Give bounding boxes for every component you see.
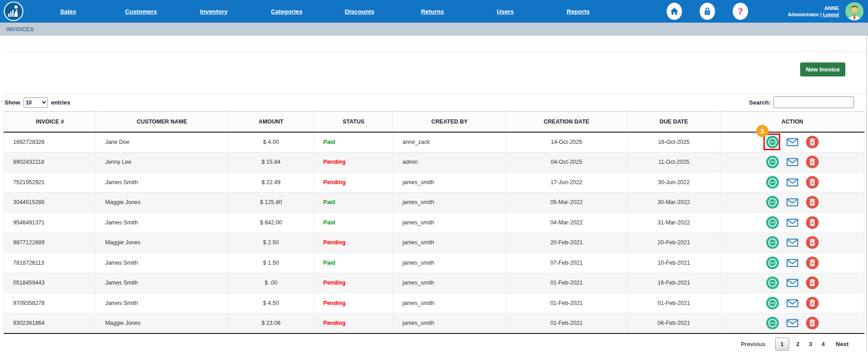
- delete-invoice-button[interactable]: [806, 276, 819, 289]
- email-invoice-button[interactable]: [786, 317, 799, 329]
- new-invoice-button[interactable]: New Invoice: [800, 62, 845, 76]
- nav-item-returns[interactable]: Returns: [396, 8, 469, 15]
- cell-amount: $ 4.00: [228, 132, 314, 152]
- cell-creation-date: 20-Feb-2021: [506, 233, 627, 253]
- cell-customer-name: James Smith: [96, 172, 228, 193]
- cell-amount: $ 15.84: [228, 152, 314, 172]
- header-action[interactable]: ACTION: [720, 112, 864, 132]
- delete-invoice-button[interactable]: [806, 236, 819, 249]
- view-invoice-button[interactable]: [766, 236, 779, 249]
- cell-created-by: james_smith: [393, 253, 506, 273]
- view-invoice-button[interactable]: [766, 216, 779, 229]
- logout-link[interactable]: Logout: [823, 12, 839, 17]
- header-invoice[interactable]: INVOICE #: [4, 112, 96, 132]
- cell-action: [720, 213, 864, 233]
- entries-label: entries: [51, 99, 71, 106]
- nav-item-customers[interactable]: Customers: [105, 8, 177, 15]
- cell-due-date: 30-Jun-2022: [627, 172, 720, 193]
- home-button[interactable]: [667, 3, 682, 20]
- entries-control: Show 10 entries: [5, 97, 70, 108]
- delete-icon: [806, 257, 819, 269]
- scrollbar-track[interactable]: [866, 36, 867, 352]
- email-invoice-button[interactable]: [786, 136, 799, 148]
- delete-icon: [806, 196, 819, 209]
- cell-creation-date: 07-Feb-2021: [506, 253, 627, 273]
- view-invoice-button[interactable]: [766, 156, 779, 168]
- pagination-page-4[interactable]: 4: [819, 338, 827, 350]
- header-due-date[interactable]: DUE DATE: [627, 112, 720, 132]
- nav-item-reports[interactable]: Reports: [542, 8, 615, 15]
- view-invoice-button[interactable]: [766, 317, 779, 329]
- delete-icon: [806, 317, 819, 329]
- email-icon: [786, 156, 799, 168]
- delete-invoice-button[interactable]: [806, 156, 819, 168]
- view-invoice-button[interactable]: [766, 297, 779, 309]
- delete-invoice-button[interactable]: [806, 136, 819, 148]
- lock-button[interactable]: [700, 3, 715, 20]
- cell-creation-date: 04-Mar-2022: [506, 213, 627, 233]
- view-invoice-button[interactable]: [766, 257, 779, 269]
- cell-due-date: 31-Mar-2022: [627, 213, 720, 233]
- search-control: Search:: [749, 96, 854, 108]
- delete-invoice-button[interactable]: [806, 216, 819, 229]
- view-invoice-button[interactable]: [766, 196, 779, 209]
- help-button[interactable]: ?: [733, 3, 748, 20]
- user-info: ANNE Administrator | Logout: [769, 5, 839, 18]
- nav-item-discounts[interactable]: Discounts: [323, 8, 396, 15]
- email-invoice-button[interactable]: [786, 297, 799, 309]
- delete-invoice-button[interactable]: [806, 196, 819, 209]
- email-invoice-button[interactable]: [786, 176, 799, 189]
- delete-invoice-button[interactable]: [806, 317, 819, 329]
- nav-item-sales[interactable]: Sales: [32, 8, 105, 15]
- cell-action: [720, 192, 864, 213]
- header-amount[interactable]: AMOUNT: [228, 112, 314, 132]
- nav-item-users[interactable]: Users: [469, 8, 542, 15]
- user-avatar[interactable]: [845, 2, 863, 20]
- cell-status: Pending: [314, 233, 393, 253]
- header-creation-date[interactable]: CREATION DATE: [506, 112, 627, 132]
- cell-amount: $ 842.00: [228, 213, 314, 233]
- email-icon: [786, 216, 799, 229]
- pagination-page-2[interactable]: 2: [794, 338, 802, 350]
- pagination-next[interactable]: Next: [834, 338, 851, 350]
- page-size-select[interactable]: 10: [24, 97, 48, 108]
- view-invoice-button[interactable]: [766, 176, 779, 189]
- search-input[interactable]: [773, 96, 854, 108]
- email-invoice-button[interactable]: [786, 236, 799, 249]
- email-invoice-button[interactable]: [786, 156, 799, 168]
- cell-customer-name: Maggie Jones: [96, 233, 228, 253]
- status-badge: Paid: [323, 219, 335, 226]
- email-invoice-button[interactable]: [786, 196, 799, 209]
- cell-customer-name: Jane Doe: [96, 132, 228, 152]
- cell-invoice-number: 7818726113: [4, 253, 96, 273]
- cell-action: [720, 172, 864, 193]
- view-details-icon: [766, 236, 779, 249]
- header-status[interactable]: STATUS: [314, 112, 393, 132]
- view-invoice-button[interactable]: [766, 276, 779, 289]
- pagination-page-3[interactable]: 3: [806, 338, 815, 350]
- delete-icon: [806, 236, 819, 249]
- nav-item-inventory[interactable]: Inventory: [177, 8, 250, 15]
- email-invoice-button[interactable]: [786, 257, 799, 269]
- invoice-table-row: 9302361864 Maggie Jones $ 23.06 Pending …: [4, 313, 864, 333]
- nav-item-categories[interactable]: Categories: [250, 8, 323, 15]
- delete-invoice-button[interactable]: [806, 297, 819, 309]
- app-logo[interactable]: [4, 1, 24, 21]
- pagination-previous[interactable]: Previous: [739, 338, 768, 350]
- delete-icon: [806, 156, 819, 168]
- pagination-page-1[interactable]: 1: [775, 338, 789, 351]
- invoice-table-row: 1692728326 Jane Doe $ 4.00 Paid anne_zac…: [4, 132, 864, 152]
- delete-invoice-button[interactable]: [806, 176, 819, 189]
- header-customer-name[interactable]: CUSTOMER NAME: [96, 112, 228, 132]
- header-created-by[interactable]: CREATED BY: [393, 112, 506, 132]
- email-invoice-button[interactable]: [786, 216, 799, 229]
- delete-invoice-button[interactable]: [806, 257, 819, 269]
- cell-creation-date: 01-Feb-2021: [506, 293, 627, 314]
- cell-invoice-number: 1692728326: [4, 132, 96, 152]
- delete-icon: [806, 216, 819, 229]
- status-badge: Paid: [323, 260, 335, 266]
- view-invoice-button[interactable]: [766, 136, 779, 148]
- cell-due-date: 01-Feb-2021: [627, 293, 720, 314]
- email-invoice-button[interactable]: [786, 276, 799, 289]
- invoice-table-row: 7521952921 James Smith $ 22.49 Pending j…: [4, 172, 864, 193]
